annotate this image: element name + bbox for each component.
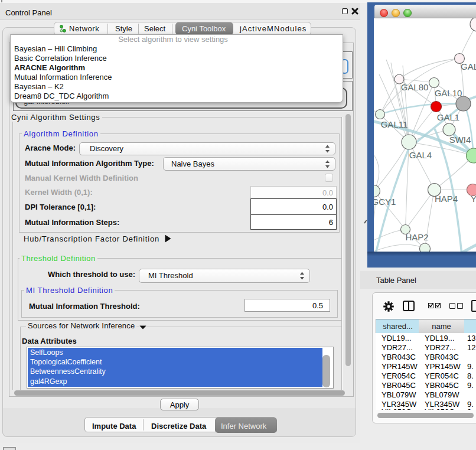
svg-text:GAL4: GAL4 [409, 150, 432, 160]
svg-text:GAL11: GAL11 [381, 119, 408, 129]
svg-text:HAP4: HAP4 [435, 194, 458, 204]
svg-text:GAL10: GAL10 [435, 88, 462, 98]
svg-text:HAP2: HAP2 [405, 232, 428, 242]
svg-text:GCY1: GCY1 [374, 197, 396, 207]
svg-text:SWI4: SWI4 [449, 135, 471, 145]
svg-text:GAL80: GAL80 [401, 82, 429, 92]
svg-text:Y: Y [471, 194, 476, 204]
svg-text:GAL1: GAL1 [437, 112, 459, 122]
svg-text:GAL: GAL [461, 61, 476, 71]
